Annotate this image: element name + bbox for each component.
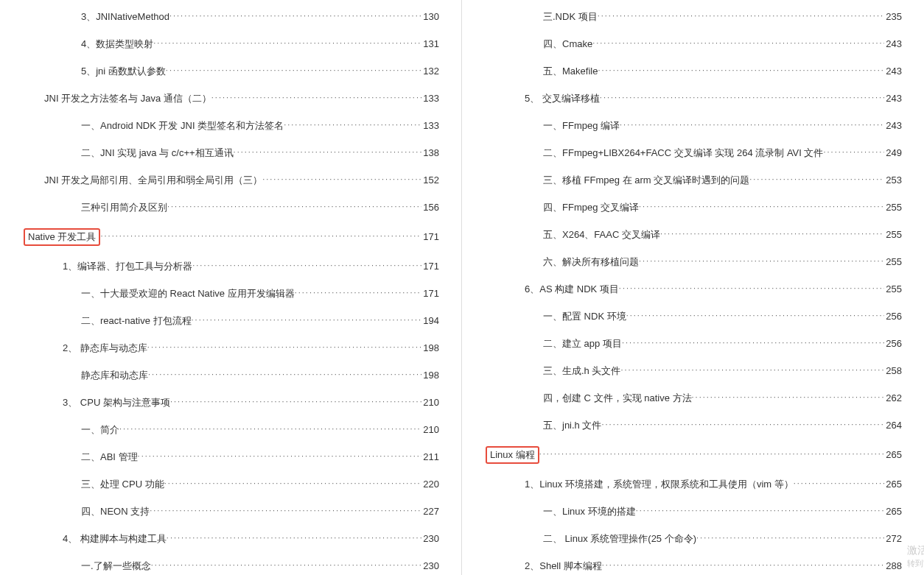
toc-entry[interactable]: 一、Android NDK 开发 JNI 类型签名和方法签名133	[22, 119, 439, 133]
toc-page-number: 230	[421, 560, 439, 571]
toc-entry[interactable]: 5、jni 函数默认参数132	[22, 65, 439, 78]
toc-page-number: 132	[421, 66, 439, 77]
toc-entry[interactable]: Linux 编程265	[484, 446, 902, 464]
toc-label: 五、jni.h 文件	[543, 419, 601, 432]
toc-entry[interactable]: 一、Linux 环境的搭建265	[484, 505, 902, 518]
toc-page-number: 210	[421, 424, 439, 435]
toc-entry[interactable]: 6、AS 构建 NDK 项目255	[484, 283, 902, 296]
toc-leader-dots	[626, 311, 885, 320]
toc-entry[interactable]: 二、建立 app 项目256	[484, 337, 902, 350]
toc-page-number: 255	[884, 229, 902, 240]
toc-entry[interactable]: 二、JNI 实现 java 与 c/c++相互通讯138	[22, 147, 439, 160]
toc-leader-dots	[166, 66, 421, 74]
toc-entry[interactable]: 二、 Linux 系统管理操作(25 个命令)272	[484, 532, 902, 546]
toc-leader-dots	[749, 174, 884, 183]
toc-entry[interactable]: JNI 开发之局部引用、全局引用和弱全局引用（三）152	[22, 174, 439, 187]
toc-page-number: 255	[884, 256, 902, 267]
toc-entry[interactable]: 三、处理 CPU 功能220	[22, 478, 439, 491]
toc-leader-dots	[192, 315, 422, 324]
toc-entry[interactable]: 4、数据类型映射131	[22, 38, 439, 51]
toc-leader-dots	[601, 420, 884, 428]
toc-page-number: 255	[884, 202, 902, 213]
toc-page-number: 272	[884, 533, 902, 544]
toc-entry[interactable]: 三.NDK 项目235	[484, 10, 902, 24]
toc-page-number: 198	[421, 342, 439, 353]
toc-entry[interactable]: 五、X264、FAAC 交叉编译255	[484, 228, 902, 241]
toc-leader-dots	[192, 261, 421, 269]
toc-leader-dots	[602, 560, 885, 569]
toc-leader-dots	[151, 560, 422, 569]
toc-label: 静态库和动态库	[81, 369, 148, 382]
toc-leader-dots	[622, 338, 884, 347]
toc-entry[interactable]: 四、NEON 支持227	[22, 505, 439, 518]
toc-label: 5、jni 函数默认参数	[81, 65, 166, 78]
toc-page-number: 198	[421, 370, 439, 381]
toc-label: 三.NDK 项目	[543, 10, 598, 24]
toc-page-number: 243	[884, 93, 902, 104]
toc-entry[interactable]: 二、react-native 打包流程194	[22, 314, 439, 328]
toc-entry[interactable]: 3、 CPU 架构与注意事项210	[22, 396, 439, 409]
left-page: 3、JNINativeMethod1304、数据类型映射1315、jni 函数默…	[0, 0, 462, 575]
toc-entry[interactable]: 1、编译器、打包工具与分析器171	[22, 260, 439, 273]
toc-entry[interactable]: 四、FFmpeg 交叉编译255	[484, 201, 902, 214]
toc-leader-dots	[148, 370, 421, 378]
toc-label: 三种引用简介及区别	[81, 201, 167, 214]
toc-leader-dots	[147, 342, 421, 351]
toc-entry[interactable]: 一.了解一些概念230	[22, 560, 439, 573]
toc-entry[interactable]: 一、十大最受欢迎的 React Native 应用开发编辑器171	[22, 287, 439, 300]
toc-entry[interactable]: 四、Cmake243	[484, 38, 902, 51]
toc-entry[interactable]: 1、Linux 环境搭建，系统管理，权限系统和工具使用（vim 等）265	[484, 478, 902, 491]
toc-entry[interactable]: 一、简介210	[22, 423, 439, 437]
toc-label: 五、X264、FAAC 交叉编译	[543, 228, 660, 241]
toc-page-number: 243	[884, 38, 902, 49]
toc-leader-dots	[620, 120, 884, 129]
toc-label: 一、FFmpeg 编译	[543, 119, 620, 133]
toc-label: 一、十大最受欢迎的 React Native 应用开发编辑器	[81, 287, 295, 300]
toc-entry[interactable]: 五、jni.h 文件264	[484, 419, 902, 432]
toc-leader-dots	[295, 288, 422, 297]
toc-label: 1、Linux 环境搭建，系统管理，权限系统和工具使用（vim 等）	[525, 478, 794, 491]
toc-leader-dots	[211, 93, 422, 102]
toc-label: 五、Makefile	[543, 65, 598, 78]
toc-label: 一、Android NDK 开发 JNI 类型签名和方法签名	[81, 119, 284, 133]
toc-page-number: 265	[884, 479, 902, 490]
toc-page-number: 220	[421, 479, 439, 490]
toc-entry[interactable]: 三种引用简介及区别156	[22, 201, 439, 214]
toc-label: 四、FFmpeg 交叉编译	[543, 201, 639, 214]
toc-entry[interactable]: 二、FFmpeg+LIBX264+FACC 交叉编译 实现 264 流录制 AV…	[484, 147, 902, 160]
toc-entry[interactable]: 六、解决所有移植问题255	[484, 255, 902, 269]
toc-entry[interactable]: JNI 开发之方法签名与 Java 通信（二）133	[22, 92, 439, 105]
toc-leader-dots	[636, 506, 885, 515]
toc-page-number: 235	[884, 11, 902, 22]
toc-label: 三、移植 FFmpeg 在 arm 交叉编译时遇到的问题	[543, 174, 749, 187]
toc-label: 二、建立 app 项目	[543, 337, 622, 350]
toc-entry[interactable]: 四，创建 C 文件，实现 native 方法262	[484, 392, 902, 405]
toc-leader-dots	[119, 424, 421, 433]
toc-page-number: 131	[421, 38, 439, 49]
toc-page-number: 171	[421, 288, 439, 299]
toc-entry[interactable]: 三、生成.h 头文件258	[484, 364, 902, 378]
toc-entry[interactable]: 5、 交叉编译移植243	[484, 92, 902, 105]
toc-entry[interactable]: Native 开发工具171	[22, 228, 439, 246]
toc-page-number: 255	[884, 283, 902, 294]
toc-entry[interactable]: 二、ABI 管理211	[22, 451, 439, 464]
toc-label: 二、ABI 管理	[81, 451, 138, 464]
toc-entry[interactable]: 一、FFmpeg 编译243	[484, 119, 902, 133]
toc-page-number: 130	[421, 11, 439, 22]
toc-leader-dots	[138, 451, 422, 460]
toc-label: 3、JNINativeMethod	[81, 10, 169, 24]
toc-entry[interactable]: 3、JNINativeMethod130	[22, 10, 439, 24]
toc-leader-dots	[823, 147, 884, 156]
toc-entry[interactable]: 五、Makefile243	[484, 65, 902, 78]
toc-entry[interactable]: 2、 静态库与动态库198	[22, 342, 439, 355]
toc-leader-dots	[794, 479, 885, 487]
watermark-line-1: 激活 Win	[907, 543, 924, 558]
toc-leader-dots	[167, 533, 421, 542]
toc-entry[interactable]: 三、移植 FFmpeg 在 arm 交叉编译时遇到的问题253	[484, 174, 902, 187]
toc-leader-dots	[598, 66, 884, 74]
toc-leader-dots	[284, 120, 421, 129]
toc-entry[interactable]: 一、配置 NDK 环境256	[484, 310, 902, 323]
toc-entry[interactable]: 4、 构建脚本与构建工具230	[22, 532, 439, 546]
toc-entry[interactable]: 静态库和动态库198	[22, 369, 439, 382]
toc-entry[interactable]: 2、Shell 脚本编程288	[484, 560, 902, 573]
